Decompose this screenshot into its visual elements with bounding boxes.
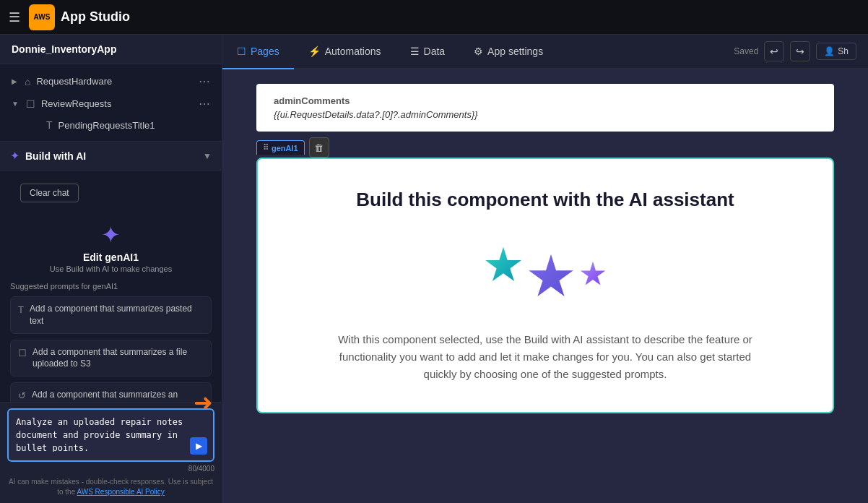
prompt-card-1[interactable]: ☐ Add a component that summarizes a file… bbox=[10, 340, 212, 377]
suggested-prompts-label: Suggested prompts for genAI1 bbox=[10, 282, 212, 291]
responsible-ai-link[interactable]: AWS Responsible AI Policy bbox=[77, 488, 164, 496]
prompt-text: Add a component that summarizes an bbox=[32, 389, 178, 401]
top-actions: Saved ↩ ↪ 👤 Sh bbox=[722, 35, 868, 68]
pages-tab-icon: ☐ bbox=[237, 46, 246, 57]
ai-panel-body: ✦ Edit genAI1 Use Build with AI to make … bbox=[0, 210, 222, 402]
app-studio-title: App Studio bbox=[61, 9, 130, 25]
main-layout: Donnie_InventoryApp ▶ ⌂ RequestHardware … bbox=[0, 35, 868, 503]
admin-comments-block: adminComments {{ui.RequestDetails.data?.… bbox=[256, 84, 834, 132]
sidebar-item-label: RequestHardware bbox=[36, 76, 193, 87]
prompt-card-0[interactable]: T Add a component that summarizes pasted… bbox=[10, 296, 212, 334]
ai-disclaimer: AI can make mistakes - double-check resp… bbox=[7, 477, 214, 497]
edit-component-subtitle: Use Build with AI to make changes bbox=[10, 265, 212, 273]
nav-tree: ▶ ⌂ RequestHardware ⋯ ▼ ☐ ReviewRequests… bbox=[0, 64, 222, 142]
genai-badge: ⠿ genAI1 bbox=[256, 140, 305, 155]
char-count: 80/4000 bbox=[7, 465, 214, 473]
tab-pages-label: Pages bbox=[251, 46, 279, 57]
file-icon: ☐ bbox=[18, 347, 27, 360]
automations-tab-icon: ⚡ bbox=[308, 46, 321, 57]
tab-data[interactable]: ☰ Data bbox=[396, 35, 460, 69]
admin-comments-label: adminComments bbox=[274, 95, 817, 106]
share-icon: 👤 bbox=[824, 46, 835, 56]
canvas-area: adminComments {{ui.RequestDetails.data?.… bbox=[222, 69, 868, 503]
canvas-content: adminComments {{ui.RequestDetails.data?.… bbox=[256, 84, 834, 413]
tab-bar: ☐ Pages ⚡ Automations ☰ Data ⚙ App setti… bbox=[222, 35, 868, 69]
ai-panel-title: Build with AI bbox=[25, 150, 197, 162]
data-tab-icon: ☰ bbox=[410, 46, 420, 57]
tab-pages[interactable]: ☐ Pages bbox=[222, 35, 294, 69]
text-icon: T bbox=[18, 304, 24, 317]
drag-icon: ⠿ bbox=[263, 143, 269, 152]
sparkle-decoration: ✦ bbox=[10, 221, 212, 249]
ai-input-area: Analyze an uploaded repair notes documen… bbox=[0, 402, 222, 503]
sidebar-item-review-requests[interactable]: ▼ ☐ ReviewRequests ⋯ bbox=[0, 93, 222, 115]
sidebar-item-pending-title[interactable]: T PendingRequestsTitle1 bbox=[0, 115, 222, 135]
top-bar: ☰ AWS App Studio bbox=[0, 0, 868, 35]
menu-icon[interactable]: ☰ bbox=[9, 9, 20, 25]
prompt-text: Add a component that summarizes pasted t… bbox=[30, 303, 204, 327]
ai-stars-decoration bbox=[292, 236, 798, 308]
collapse-arrow-icon: ▶ bbox=[12, 77, 17, 85]
tab-data-label: Data bbox=[424, 46, 446, 57]
sidebar-item-label: ReviewRequests bbox=[41, 98, 193, 109]
ai-star-icon: ✦ bbox=[10, 149, 19, 163]
genai-card: Build this component with the AI assista… bbox=[256, 158, 834, 413]
share-label: Sh bbox=[838, 46, 849, 56]
page-icon: ☐ bbox=[26, 98, 35, 110]
sidebar-item-label: PendingRequestsTitle1 bbox=[58, 120, 210, 131]
ai-textarea-wrapper: Analyze an uploaded repair notes documen… bbox=[7, 408, 214, 462]
delete-component-button[interactable]: 🗑 bbox=[309, 137, 329, 158]
ai-panel-header: ✦ Build with AI ▼ bbox=[0, 142, 222, 171]
undo-button[interactable]: ↩ bbox=[764, 41, 784, 61]
prompt-text: Add a component that summarizes a file u… bbox=[32, 346, 204, 371]
clear-chat-button[interactable]: Clear chat bbox=[20, 184, 79, 202]
tab-app-settings-label: App settings bbox=[487, 46, 543, 57]
main-content: ☐ Pages ⚡ Automations ☰ Data ⚙ App setti… bbox=[222, 35, 868, 503]
app-logo: AWS App Studio bbox=[29, 4, 130, 30]
genai-component-wrapper: ⠿ genAI1 🗑 Build this component with the… bbox=[256, 137, 834, 413]
more-icon[interactable]: ⋯ bbox=[199, 74, 210, 88]
sparkle-icon: ✦ bbox=[101, 221, 121, 249]
genai-card-title: Build this component with the AI assista… bbox=[292, 188, 798, 212]
refresh-icon: ↺ bbox=[18, 390, 26, 402]
left-sidebar: Donnie_InventoryApp ▶ ⌂ RequestHardware … bbox=[0, 35, 222, 503]
home-icon: ⌂ bbox=[25, 76, 30, 87]
ai-send-button[interactable]: ▶ bbox=[190, 437, 207, 455]
tab-spacer bbox=[557, 35, 722, 68]
admin-comments-value: {{ui.RequestDetails.data?.[0]?.adminComm… bbox=[274, 109, 817, 120]
aws-logo-box: AWS bbox=[29, 4, 55, 30]
genai-badge-label: genAI1 bbox=[272, 144, 298, 152]
star-purple-large-icon bbox=[528, 254, 574, 301]
settings-tab-icon: ⚙ bbox=[474, 46, 483, 57]
text-icon: T bbox=[46, 119, 53, 131]
app-name: Donnie_InventoryApp bbox=[0, 35, 222, 64]
star-purple-small-icon bbox=[580, 262, 606, 288]
expand-arrow-icon: ▼ bbox=[12, 100, 19, 108]
ai-prompt-input[interactable]: Analyze an uploaded repair notes documen… bbox=[16, 416, 187, 452]
genai-card-description: With this component selected, use the Bu… bbox=[336, 331, 755, 383]
saved-label: Saved bbox=[734, 46, 758, 56]
clear-chat-area: Clear chat bbox=[0, 171, 222, 210]
tab-automations-label: Automations bbox=[325, 46, 381, 57]
send-icon: ▶ bbox=[196, 441, 202, 451]
star-teal-icon bbox=[485, 247, 522, 285]
ai-panel: ✦ Build with AI ▼ Clear chat ✦ Edit genA… bbox=[0, 142, 222, 503]
more-icon[interactable]: ⋯ bbox=[199, 97, 210, 111]
sidebar-item-request-hardware[interactable]: ▶ ⌂ RequestHardware ⋯ bbox=[0, 70, 222, 93]
redo-button[interactable]: ↪ bbox=[790, 41, 810, 61]
edit-component-title: Edit genAI1 bbox=[10, 252, 212, 263]
arrow-indicator: ➜ bbox=[194, 389, 213, 416]
trash-icon: 🗑 bbox=[314, 142, 324, 153]
chevron-down-icon[interactable]: ▼ bbox=[203, 151, 212, 161]
genai-label-bar: ⠿ genAI1 🗑 bbox=[256, 137, 834, 158]
share-button[interactable]: 👤 Sh bbox=[816, 43, 856, 60]
tab-automations[interactable]: ⚡ Automations bbox=[294, 35, 396, 69]
prompt-card-2[interactable]: ↺ Add a component that summarizes an bbox=[10, 382, 212, 402]
tab-app-settings[interactable]: ⚙ App settings bbox=[459, 35, 557, 69]
